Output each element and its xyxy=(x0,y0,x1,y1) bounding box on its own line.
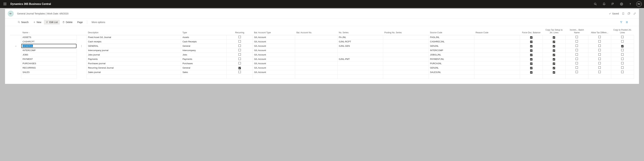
cell-increm-batch[interactable] xyxy=(565,40,588,44)
cell-increm-batch[interactable] xyxy=(565,53,588,57)
cell-type[interactable]: Jobs xyxy=(181,53,227,57)
checkbox[interactable] xyxy=(621,71,624,73)
cell-copy-tax[interactable] xyxy=(543,61,566,66)
cell-posting-no-series[interactable] xyxy=(383,35,429,40)
checkbox[interactable] xyxy=(530,36,532,39)
cell-reason-code[interactable] xyxy=(474,48,520,53)
checkbox[interactable] xyxy=(238,67,241,69)
checkbox[interactable] xyxy=(576,49,578,51)
checkbox[interactable] xyxy=(553,67,555,69)
back-button[interactable] xyxy=(8,11,14,17)
cell-allow-tax[interactable] xyxy=(588,57,611,61)
cell-copy-tax[interactable] xyxy=(543,48,566,53)
cell-increm-batch[interactable] xyxy=(565,48,588,53)
cell-type[interactable]: Payments xyxy=(181,57,227,61)
cell-recurring[interactable] xyxy=(227,53,253,57)
col-type[interactable]: Type xyxy=(181,28,227,35)
row-menu[interactable]: ⋮ xyxy=(76,44,86,48)
cell-bal-account-type[interactable]: G/L Account xyxy=(253,48,295,53)
cell-copy-tax[interactable] xyxy=(543,57,566,61)
checkbox[interactable] xyxy=(621,36,624,38)
cell-reason-code[interactable] xyxy=(474,40,520,44)
row-menu[interactable] xyxy=(76,35,86,40)
checkbox[interactable] xyxy=(553,63,555,65)
search-icon[interactable] xyxy=(591,0,600,8)
new-button[interactable]: New xyxy=(31,20,43,25)
cell-description[interactable]: Jobs journal xyxy=(86,53,181,57)
cell-copy-tax[interactable] xyxy=(543,35,566,40)
cell-type[interactable]: Cash Receipts xyxy=(181,40,227,44)
row-menu[interactable] xyxy=(76,40,86,44)
checkbox[interactable] xyxy=(621,49,624,51)
cell-copy-tax[interactable] xyxy=(543,40,566,44)
checkbox[interactable] xyxy=(621,40,624,43)
open-new-window-icon[interactable] xyxy=(628,12,630,15)
row-indicator[interactable] xyxy=(10,70,21,74)
cell-increm-batch[interactable] xyxy=(565,57,588,61)
cell-copy-posted[interactable] xyxy=(611,61,634,66)
checkbox[interactable] xyxy=(598,49,601,51)
checkbox[interactable] xyxy=(576,62,578,64)
row-menu[interactable] xyxy=(76,53,86,57)
cell-bal-account-type[interactable]: G/L Account xyxy=(253,70,295,74)
cell-name[interactable]: ASSETS xyxy=(21,35,76,40)
row-menu[interactable] xyxy=(76,57,86,61)
cell-type[interactable]: Assets xyxy=(181,35,227,40)
cell-copy-tax[interactable] xyxy=(543,44,566,48)
cell-source-code[interactable]: CASHRECJNL xyxy=(429,40,474,44)
table-row[interactable]: RECURRINGRecurring General JournalGenera… xyxy=(10,66,634,70)
checkbox[interactable] xyxy=(576,66,578,69)
cell-description[interactable]: GENERAL xyxy=(86,44,181,48)
checkbox[interactable] xyxy=(576,45,578,47)
checkbox[interactable] xyxy=(238,40,241,43)
cell-no-series[interactable]: GJNL-RCPT xyxy=(338,40,383,44)
checkbox[interactable] xyxy=(576,58,578,60)
col-reason-code[interactable]: Reason Code xyxy=(474,28,520,35)
checkbox[interactable] xyxy=(598,71,601,73)
cell-bal-account-no[interactable] xyxy=(295,48,337,53)
cell-force-doc-balance[interactable] xyxy=(520,57,543,61)
cell-reason-code[interactable] xyxy=(474,66,520,70)
checkbox[interactable] xyxy=(553,49,555,52)
checkbox[interactable] xyxy=(553,58,555,61)
row-menu[interactable] xyxy=(76,66,86,70)
cell-allow-tax[interactable] xyxy=(588,35,611,40)
cell-reason-code[interactable] xyxy=(474,44,520,48)
cell-posting-no-series[interactable] xyxy=(383,44,429,48)
cell-reason-code[interactable] xyxy=(474,57,520,61)
checkbox[interactable] xyxy=(576,53,578,56)
checkbox[interactable] xyxy=(530,41,532,43)
notifications-icon[interactable] xyxy=(600,0,608,8)
flag-icon[interactable] xyxy=(609,0,617,8)
list-view-icon[interactable] xyxy=(626,21,628,24)
cell-description[interactable]: Recurring General Journal xyxy=(86,66,181,70)
row-indicator[interactable]: → xyxy=(10,44,21,48)
checkbox[interactable] xyxy=(621,62,624,64)
cell-bal-account-no[interactable] xyxy=(295,61,337,66)
cell-source-code[interactable]: SALESJNL xyxy=(429,70,474,74)
cell-source-code[interactable]: PAYMENTJNL xyxy=(429,57,474,61)
checkbox[interactable] xyxy=(238,71,241,73)
cell-description[interactable]: Fixed Asset G/L Journal xyxy=(86,35,181,40)
page-button[interactable]: Page xyxy=(75,20,85,25)
row-indicator[interactable] xyxy=(10,61,21,66)
cell-recurring[interactable] xyxy=(227,70,253,74)
col-name[interactable]: Name↑ xyxy=(21,28,76,35)
cell-recurring[interactable] xyxy=(227,61,253,66)
cell-posting-no-series[interactable] xyxy=(383,70,429,74)
cell-force-doc-balance[interactable] xyxy=(520,61,543,66)
checkbox[interactable] xyxy=(576,71,578,73)
checkbox[interactable] xyxy=(238,53,241,56)
row-indicator[interactable] xyxy=(10,57,21,61)
cell-source-code[interactable]: GENJNL xyxy=(429,44,474,48)
cell-allow-tax[interactable] xyxy=(588,53,611,57)
cell-bal-account-no[interactable] xyxy=(295,35,337,40)
cell-bal-account-no[interactable] xyxy=(295,40,337,44)
checkbox[interactable] xyxy=(530,45,532,47)
cell-recurring[interactable] xyxy=(227,44,253,48)
checkbox[interactable] xyxy=(530,58,532,61)
row-actions-icon[interactable]: ⋮ xyxy=(80,45,83,47)
cell-copy-posted[interactable] xyxy=(611,48,634,53)
cell-allow-tax[interactable] xyxy=(588,44,611,48)
cell-source-code[interactable]: GENJNL xyxy=(429,66,474,70)
